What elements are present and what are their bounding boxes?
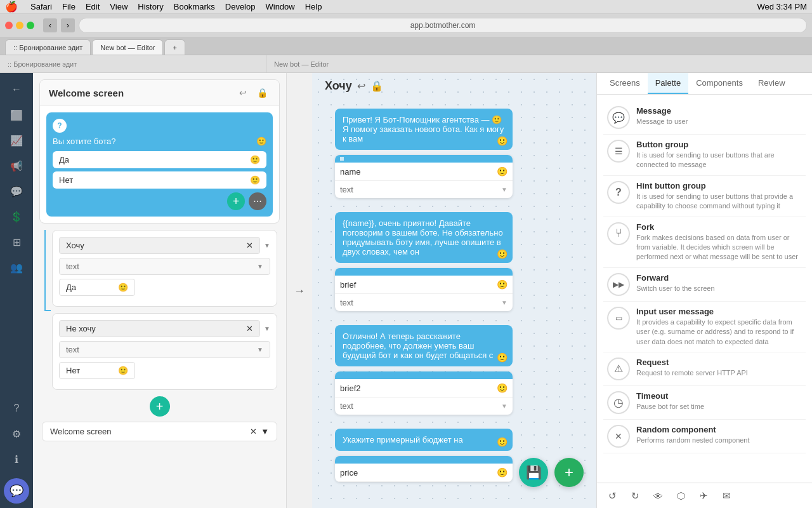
chat-input-name[interactable]: name 🙂 <box>335 163 513 181</box>
sidebar-back-icon[interactable]: ← <box>5 78 28 101</box>
apple-menu[interactable]: 🍎 <box>5 1 18 13</box>
share-btn[interactable]: ↩ <box>237 86 249 99</box>
chat-select-text-3[interactable]: text ▼ <box>335 398 513 415</box>
chat-input-name-label: name <box>340 167 361 177</box>
menu-help[interactable]: Help <box>305 2 322 11</box>
chat-select-text-2[interactable]: text ▼ <box>335 294 513 311</box>
tab-screens[interactable]: Screens <box>602 73 648 94</box>
branch-hoco-label[interactable]: Хочу ✕ <box>59 237 260 254</box>
forward-btn[interactable]: › <box>61 18 75 32</box>
palette-item-fork[interactable]: ⑂ Fork Fork makes decisions based on dat… <box>603 217 806 268</box>
chat-bubble-1-text: Привет! Я Бот-Помощник агентства — 🙂 Я п… <box>343 115 504 144</box>
palette-item-message[interactable]: 💬 Message Message to user <box>603 101 806 135</box>
chat-input-brief2[interactable]: brief2 🙂 <box>335 379 513 398</box>
sidebar-settings-icon[interactable]: ⚙ <box>5 422 28 445</box>
palette-item-hint-button-group[interactable]: ? Hint button group It is used for sendi… <box>603 176 806 217</box>
menu-develop[interactable]: Develop <box>225 2 256 11</box>
question-emoji-btn[interactable]: 🙂 <box>256 137 266 146</box>
tab-palette[interactable]: Palette <box>648 73 688 94</box>
message-info: Message Message to user <box>636 106 802 126</box>
main-canvas[interactable]: Хочу ↩ 🔒 Привет! Я Бот-Помощник агентств… <box>312 73 596 508</box>
chat-input-brief[interactable]: brief 🙂 <box>335 276 513 294</box>
chat-bubble-2: {{name}}, очень приятно! Давайте поговор… <box>335 212 513 263</box>
address-bar[interactable]: app.botmother.com <box>79 18 807 33</box>
text-field-1[interactable]: text ▼ <box>59 258 270 275</box>
canvas-title: Хочу <box>325 79 352 93</box>
sidebar-table-icon[interactable]: ⊞ <box>5 231 28 253</box>
palette-item-random-component[interactable]: ✕ Random component Performs random neste… <box>603 420 806 453</box>
lock-btn[interactable]: 🔒 <box>254 86 270 99</box>
branch-nehoco-dropdown-icon[interactable]: ▼ <box>264 325 270 332</box>
sidebar-info-icon[interactable]: ℹ <box>5 448 28 471</box>
save-fab[interactable]: 💾 <box>519 458 548 487</box>
grid-btn[interactable]: ⬡ <box>672 487 690 505</box>
branch-close-icon[interactable]: ✕ <box>246 241 253 250</box>
branch-dropdown-icon[interactable]: ▼ <box>264 242 270 249</box>
option-no-emoji: 🙂 <box>250 175 260 185</box>
tab-booking[interactable]: :: Бронирование эдит <box>5 39 91 55</box>
screen-selector[interactable]: Welcome screen ✕ ▼ <box>42 422 277 441</box>
text-field-2[interactable]: text ▼ <box>59 341 270 358</box>
question-footer: + ··· <box>53 192 266 210</box>
fork-desc: Fork makes decisions based on data from … <box>636 233 802 262</box>
palette-item-button-group[interactable]: ☰ Button group It is used for sending to… <box>603 135 806 176</box>
branch-hoco-text: Хочу <box>66 241 84 250</box>
back-btn[interactable]: ‹ <box>43 18 57 32</box>
sidebar-help-icon[interactable]: ? <box>5 397 28 420</box>
palette-item-forward[interactable]: ▶▶ Forward Switch user to the screen <box>603 268 806 302</box>
add-option-btn[interactable]: + <box>227 192 245 210</box>
sidebar-stats-icon[interactable]: 📈 <box>5 129 28 152</box>
menu-safari[interactable]: Safari <box>30 2 52 11</box>
timeout-title: Timeout <box>636 391 802 401</box>
chat-input-price[interactable]: price 🙂 <box>335 464 513 482</box>
messenger-btn[interactable]: ✉ <box>717 487 735 505</box>
canvas-area: Хочу ↩ 🔒 Привет! Я Бот-Помощник агентств… <box>312 73 596 500</box>
option-yes-text: Да <box>59 155 69 164</box>
canvas-lock-btn[interactable]: 🔒 <box>370 80 383 92</box>
tab-review[interactable]: Review <box>750 73 793 94</box>
branch-no-answer-row: Нет 🙂 <box>59 362 270 379</box>
chat-bubble-2-text: {{name}}, очень приятно! Давайте поговор… <box>343 218 503 257</box>
undo-btn[interactable]: ↺ <box>603 487 621 505</box>
close-window-btn[interactable] <box>5 22 13 29</box>
palette-item-timeout[interactable]: ◷ Timeout Pause bot for set time <box>603 386 806 420</box>
project-breadcrumb: :: Бронирование эдит <box>8 60 77 68</box>
tab-editor[interactable]: New bot — Editor <box>92 39 163 55</box>
screen-selector-dropdown-icon[interactable]: ▼ <box>261 427 269 436</box>
fullscreen-window-btn[interactable] <box>27 22 34 29</box>
branch-hoco-row: Хочу ✕ ▼ <box>59 237 270 254</box>
sidebar-home-icon[interactable]: ⬜ <box>5 104 28 126</box>
new-tab-btn[interactable]: + <box>164 39 185 55</box>
sidebar-broadcast-icon[interactable]: 📢 <box>5 154 28 177</box>
menu-window[interactable]: Window <box>265 2 294 11</box>
sidebar-chat-icon[interactable]: 💬 <box>5 180 28 203</box>
menu-view[interactable]: View <box>110 2 128 11</box>
menu-history[interactable]: History <box>138 2 163 11</box>
menu-bookmarks[interactable]: Bookmarks <box>174 2 215 11</box>
screen-selector-close-icon[interactable]: ✕ <box>250 427 257 436</box>
branch-nehoco-close-icon[interactable]: ✕ <box>246 324 253 333</box>
sidebar-users-icon[interactable]: 👥 <box>5 256 28 279</box>
text-dropdown-1-icon[interactable]: ▼ <box>257 263 263 270</box>
canvas-share-btn[interactable]: ↩ <box>357 80 365 92</box>
add-branch-btn[interactable]: + <box>150 396 170 417</box>
menu-file[interactable]: File <box>62 2 75 11</box>
text-dropdown-2-icon[interactable]: ▼ <box>257 346 263 353</box>
preview-btn[interactable]: 👁 <box>649 487 667 505</box>
menu-edit[interactable]: Edit <box>86 2 100 11</box>
palette-item-input-user-message[interactable]: ▭ Input user message It provides a capab… <box>603 302 806 352</box>
more-options-btn[interactable]: ··· <box>249 192 266 210</box>
branch-nehoco-label[interactable]: Не хочу ✕ <box>59 320 260 337</box>
sidebar-payment-icon[interactable]: 💲 <box>5 205 28 228</box>
minimize-window-btn[interactable] <box>16 22 23 29</box>
button-group-icon: ☰ <box>607 140 630 163</box>
add-fab[interactable]: + <box>554 458 584 487</box>
telegram-btn[interactable]: ✈ <box>695 487 712 505</box>
redo-btn[interactable]: ↻ <box>626 487 644 505</box>
fork-icon: ⑂ <box>607 222 630 245</box>
tab-components[interactable]: Components <box>688 73 750 94</box>
browser-tabs: :: Бронирование эдит New bot — Editor + <box>0 37 812 55</box>
palette-item-request[interactable]: ⚠ Request Request to remote server HTTP … <box>603 352 806 386</box>
chat-select-text-1[interactable]: text ▼ <box>335 181 513 198</box>
support-chat-btn[interactable]: 💬 <box>4 478 29 504</box>
